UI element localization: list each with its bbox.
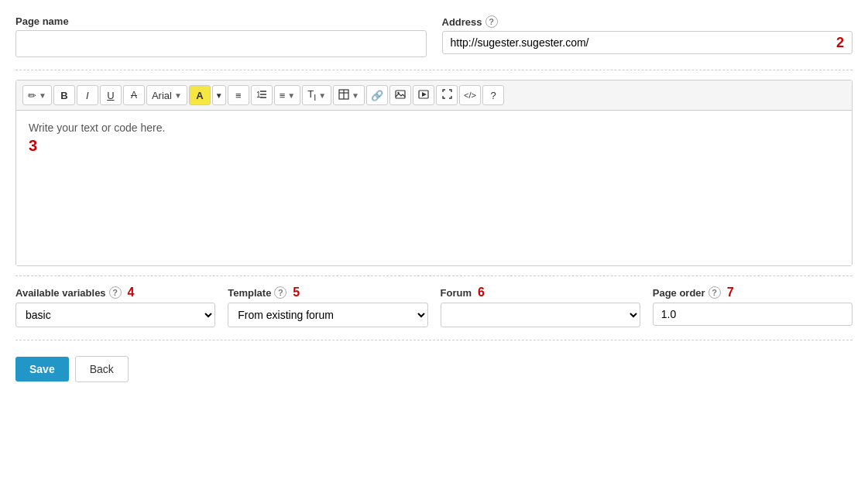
fullscreen-btn[interactable]: [436, 85, 458, 105]
pen-icon: ✏: [28, 90, 36, 101]
divider-mid: [15, 275, 853, 276]
table-dropdown-btn[interactable]: ▼: [333, 85, 365, 105]
address-label: Address ?: [442, 15, 853, 28]
available-vars-select[interactable]: basic advanced custom: [15, 303, 215, 327]
table-arrow-icon: ▼: [352, 91, 359, 100]
address-number: 2: [836, 35, 852, 51]
available-vars-field: Available variables ? 4 basic advanced c…: [15, 286, 215, 327]
align-dropdown-btn[interactable]: ≡ ▼: [274, 85, 301, 105]
page-name-label-text: Page name: [15, 15, 69, 27]
fullscreen-icon: [442, 89, 452, 101]
page-name-input[interactable]: [15, 30, 427, 57]
page-order-label-text: Page order: [653, 287, 705, 299]
forum-label-text: Forum: [441, 287, 472, 299]
save-button[interactable]: Save: [15, 357, 69, 381]
image-btn[interactable]: [389, 85, 411, 105]
page-order-input[interactable]: [653, 303, 853, 326]
pen-arrow-icon: ▼: [39, 91, 46, 100]
available-vars-label: Available variables ? 4: [15, 286, 215, 299]
text-color-arrow-icon: ▼: [215, 91, 223, 100]
bold-btn[interactable]: B: [53, 85, 75, 105]
numbered-list-btn[interactable]: 1.: [251, 85, 273, 105]
address-label-text: Address: [442, 16, 482, 28]
link-btn[interactable]: 🔗: [366, 85, 388, 105]
page-order-help-icon[interactable]: ?: [708, 286, 721, 299]
bottom-row: Available variables ? 4 basic advanced c…: [15, 286, 853, 327]
page-name-label: Page name: [15, 15, 427, 27]
image-icon: [395, 89, 406, 102]
template-select[interactable]: From existing forum Blank Custom: [228, 303, 427, 327]
video-btn[interactable]: [413, 85, 434, 105]
underline-btn[interactable]: U: [100, 85, 122, 105]
editor-placeholder-text: Write your text or code here.: [29, 121, 839, 134]
divider-bottom: [15, 340, 853, 340]
italic-btn[interactable]: I: [77, 85, 98, 105]
divider-top: [15, 70, 853, 70]
forum-field: Forum 6: [441, 286, 640, 327]
font-arrow-icon: ▼: [174, 91, 182, 100]
bullet-list-icon: ≡: [235, 90, 242, 101]
page-name-field-group: Page name: [15, 15, 427, 57]
text-size-dropdown-btn[interactable]: TI ▼: [302, 85, 331, 105]
page-order-label: Page order ? 7: [653, 286, 853, 299]
bullet-list-btn[interactable]: ≡: [228, 85, 249, 105]
editor-toolbar: ✏ ▼ B I U A Arial ▼ A ▼ ≡: [16, 80, 852, 111]
page-order-field: Page order ? 7: [653, 286, 853, 326]
address-field-group: Address ? 2: [442, 15, 853, 57]
help-icon: ?: [490, 90, 496, 101]
page-order-number: 7: [727, 286, 734, 299]
code-btn[interactable]: </>: [459, 85, 481, 105]
font-dropdown-btn[interactable]: Arial ▼: [146, 85, 187, 105]
strikethrough-btn[interactable]: A: [123, 85, 145, 105]
template-number: 5: [293, 286, 300, 299]
table-icon: [338, 89, 349, 102]
text-color-btn[interactable]: A: [189, 85, 211, 105]
font-label: Arial: [152, 90, 172, 101]
template-help-icon[interactable]: ?: [274, 286, 286, 299]
strikethrough-icon: A: [131, 90, 137, 101]
forum-select[interactable]: [441, 303, 640, 327]
text-size-arrow-icon: ▼: [318, 91, 326, 100]
pen-dropdown-group: ✏ ▼: [22, 85, 52, 105]
code-icon: </>: [464, 91, 476, 100]
available-vars-label-text: Available variables: [15, 287, 106, 299]
address-input[interactable]: [443, 32, 836, 53]
text-size-icon: TI: [307, 88, 316, 102]
numbered-list-icon: 1.: [256, 89, 267, 102]
link-icon: 🔗: [371, 90, 383, 101]
template-field: Template ? 5 From existing forum Blank C…: [228, 286, 427, 327]
video-icon: [418, 89, 429, 102]
editor-content[interactable]: Write your text or code here. 3: [16, 111, 852, 265]
actions-row: Save Back: [15, 350, 853, 382]
editor-wrapper: ✏ ▼ B I U A Arial ▼ A ▼ ≡: [15, 80, 853, 266]
help-btn[interactable]: ?: [482, 85, 504, 105]
back-button[interactable]: Back: [75, 356, 129, 382]
text-color-arrow-btn[interactable]: ▼: [212, 85, 226, 105]
svg-marker-10: [422, 92, 427, 97]
available-vars-number: 4: [128, 286, 135, 299]
text-color-group: A ▼: [189, 85, 226, 105]
template-label-text: Template: [228, 287, 271, 299]
align-arrow-icon: ▼: [287, 91, 295, 100]
align-icon: ≡: [280, 90, 286, 101]
template-label: Template ? 5: [228, 286, 427, 299]
address-help-icon[interactable]: ?: [485, 15, 498, 28]
forum-number: 6: [478, 286, 485, 299]
available-vars-help-icon[interactable]: ?: [109, 286, 122, 299]
pen-dropdown-btn[interactable]: ✏ ▼: [22, 85, 52, 105]
editor-number: 3: [29, 137, 839, 155]
forum-label: Forum 6: [441, 286, 640, 299]
svg-rect-7: [396, 91, 405, 98]
